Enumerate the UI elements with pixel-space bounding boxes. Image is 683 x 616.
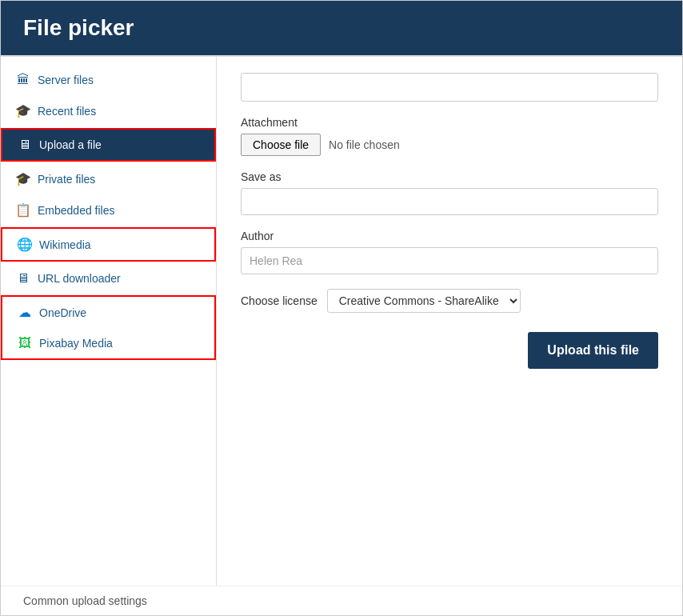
attachment-section: Attachment Choose file No file chosen	[241, 116, 658, 156]
onedrive-pixabay-group: ☁ OneDrive 🖼 Pixabay Media	[1, 295, 216, 360]
recent-files-icon: 🎓	[15, 103, 31, 118]
main-content: Attachment Choose file No file chosen Sa…	[217, 57, 682, 586]
upload-this-file-button[interactable]: Upload this file	[528, 332, 658, 369]
save-as-input[interactable]	[241, 188, 658, 215]
sidebar-item-onedrive[interactable]: ☁ OneDrive	[2, 297, 214, 328]
sidebar-item-wikimedia[interactable]: 🌐 Wikimedia	[1, 227, 216, 262]
choose-file-button[interactable]: Choose file	[241, 134, 321, 156]
search-input[interactable]	[241, 73, 658, 102]
license-select[interactable]: Creative Commons - ShareAlike	[327, 289, 521, 313]
bottom-hint: Common upload settings	[1, 586, 682, 615]
pixabay-icon: 🖼	[17, 336, 33, 350]
sidebar: 🏛 Server files 🎓 Recent files 🖥 Upload a…	[1, 57, 217, 586]
dialog-title: File picker	[23, 15, 660, 41]
upload-file-icon: 🖥	[17, 138, 33, 152]
license-row: Choose license Creative Commons - ShareA…	[241, 289, 658, 313]
dialog-header: File picker	[1, 1, 682, 55]
server-files-icon: 🏛	[15, 73, 31, 87]
sidebar-item-recent-files[interactable]: 🎓 Recent files	[1, 95, 216, 126]
sidebar-item-url-downloader[interactable]: 🖥 URL downloader	[1, 263, 216, 294]
license-label: Choose license	[241, 294, 318, 307]
wikimedia-icon: 🌐	[17, 237, 33, 252]
author-input[interactable]	[241, 247, 658, 274]
onedrive-icon: ☁	[17, 305, 33, 320]
private-files-icon: 🎓	[15, 171, 31, 186]
url-downloader-icon: 🖥	[15, 271, 31, 286]
embedded-files-icon: 📋	[15, 202, 31, 218]
file-picker-dialog: File picker 🏛 Server files 🎓 Recent file…	[0, 0, 683, 616]
save-as-label: Save as	[241, 170, 658, 183]
dialog-body: 🏛 Server files 🎓 Recent files 🖥 Upload a…	[1, 55, 682, 586]
sidebar-item-server-files[interactable]: 🏛 Server files	[1, 65, 216, 95]
author-label: Author	[241, 230, 658, 242]
sidebar-item-upload-a-file[interactable]: 🖥 Upload a file	[1, 128, 216, 162]
no-file-text: No file chosen	[329, 138, 400, 151]
attachment-label: Attachment	[241, 116, 658, 129]
sidebar-item-embedded-files[interactable]: 📋 Embedded files	[1, 194, 216, 226]
sidebar-item-private-files[interactable]: 🎓 Private files	[1, 163, 216, 194]
save-as-section: Save as	[241, 170, 658, 215]
attachment-row: Choose file No file chosen	[241, 134, 658, 156]
author-section: Author	[241, 230, 658, 274]
sidebar-item-pixabay-media[interactable]: 🖼 Pixabay Media	[2, 328, 214, 358]
